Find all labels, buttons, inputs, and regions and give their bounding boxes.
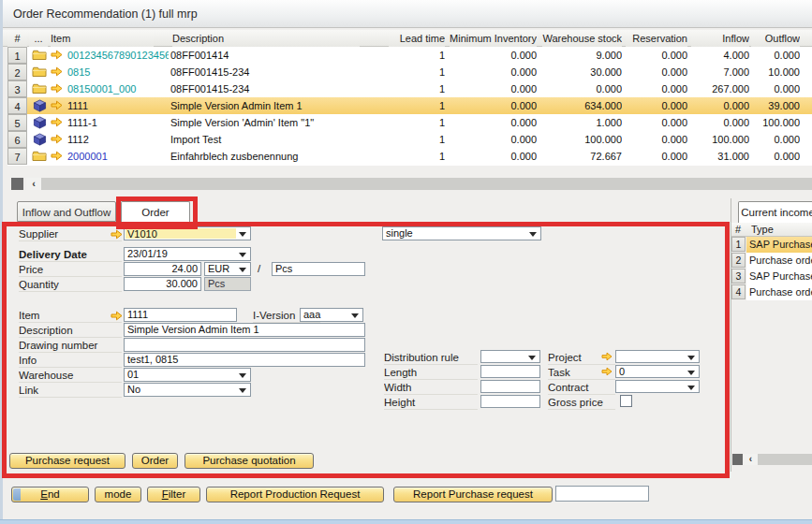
tab-current-income[interactable]: Current income (738, 201, 812, 223)
price-uom-input[interactable]: Pcs (272, 262, 365, 276)
order-button[interactable]: Order (132, 453, 178, 469)
height-label: Height (384, 396, 478, 410)
width-input[interactable] (480, 380, 540, 393)
min-inventory-value: 0.000 (452, 97, 537, 114)
warehouse-stock-value: 0.000 (542, 80, 622, 97)
col-header-outflow[interactable]: Outflow (751, 30, 800, 47)
outflow-value: 39.000 (751, 97, 800, 114)
table-row[interactable]: 1001234567890123456790108FF00141410.0009… (7, 47, 812, 64)
tab-inflow-and-outflow[interactable]: Inflow and Outflow (17, 201, 116, 222)
income-row-number: 4 (731, 284, 746, 299)
title-bar[interactable]: Order Recommendation (1) full mrp (0, 0, 812, 28)
col-header-reservation[interactable]: Reservation (626, 30, 687, 47)
link-arrow-icon[interactable] (51, 97, 65, 114)
lead-time-value: 1 (389, 47, 445, 64)
lead-time-value: 1 (389, 97, 445, 114)
window-bottom-border (0, 519, 812, 524)
report-purchase-request-button[interactable]: Report Purchase request (393, 487, 553, 502)
item-code[interactable]: 1111 (67, 97, 169, 114)
horizontal-scrollbar[interactable] (758, 454, 812, 465)
horizontal-scrollbar[interactable] (41, 178, 812, 190)
price-input[interactable]: 24.00 (124, 262, 201, 276)
warehouse-stock-value: 1.000 (542, 114, 622, 131)
item-code[interactable]: 08150001_000 (67, 80, 169, 97)
report-production-request-button[interactable]: Report Production Request (206, 487, 384, 502)
item-code[interactable]: 0815 (67, 64, 169, 80)
reservation-value: 0.000 (626, 131, 687, 148)
contract-combo[interactable] (615, 380, 700, 393)
item-description: Einfahrblech zusbenennung (170, 148, 393, 165)
col-header-num[interactable]: # (7, 30, 27, 47)
col-header-min-inventory[interactable]: Minimum Inventory (450, 30, 537, 47)
quantity-input[interactable]: 30.000 (124, 277, 201, 291)
link-arrow-icon[interactable] (111, 229, 123, 240)
col-header-warehouse-stock[interactable]: Warehouse stock (542, 30, 622, 47)
item-code[interactable]: 1111-1 (67, 114, 169, 131)
filter-button[interactable]: Filter (147, 487, 200, 502)
order-mode-combo[interactable]: single (382, 226, 541, 240)
end-button[interactable]: End (11, 487, 89, 502)
link-arrow-icon[interactable] (601, 367, 613, 376)
delivery-date-label: Delivery Date (19, 248, 122, 262)
tab-order[interactable]: Order (121, 201, 190, 223)
col-header-lead-time[interactable]: Lead time (389, 30, 445, 47)
table-row[interactable]: 51111-1Simple Version 'Admin' Item "1"10… (7, 114, 812, 131)
scrollbar-corner (11, 178, 23, 190)
distribution-rule-combo[interactable] (480, 350, 540, 363)
scroll-left-button[interactable]: ‹ (744, 454, 758, 465)
info-input[interactable]: test1, 0815 (124, 353, 365, 367)
warehouse-label: Warehouse (19, 369, 122, 383)
col-header-description[interactable]: Description (172, 30, 360, 47)
length-input[interactable] (480, 365, 540, 378)
supplier-combo[interactable]: V1010 (124, 226, 251, 240)
col-header-dots[interactable]: ... (29, 30, 48, 47)
link-arrow-icon[interactable] (111, 311, 123, 321)
footer-input[interactable] (555, 486, 649, 502)
income-row-type[interactable]: SAP Purchase (746, 269, 812, 284)
warehouse-stock-value: 634.000 (542, 97, 622, 114)
cube-icon (30, 114, 49, 131)
income-row-type[interactable]: Purchase orde (746, 284, 812, 300)
mode-button[interactable]: mode (95, 487, 141, 502)
purchase-request-button[interactable]: Purchase request (9, 453, 125, 469)
purchase-quotation-button[interactable]: Purchase quotation (185, 453, 314, 469)
table-row[interactable]: 308150001_00008FF001415-23410.0000.0000.… (7, 80, 812, 97)
table-row[interactable]: 72000001Einfahrblech zusbenennung10.0007… (7, 148, 812, 165)
item-code[interactable]: 1112 (67, 131, 169, 148)
link-arrow-icon[interactable] (51, 148, 65, 165)
link-combo[interactable]: No (124, 383, 251, 397)
link-arrow-icon[interactable] (51, 80, 65, 97)
income-row-type[interactable]: SAP Purchase (746, 237, 812, 253)
table-row[interactable]: 41111Simple Version Admin Item 110.00063… (7, 97, 812, 114)
link-arrow-icon[interactable] (51, 114, 65, 131)
link-arrow-icon[interactable] (51, 47, 65, 64)
currency-combo[interactable]: EUR (204, 262, 251, 276)
table-row[interactable]: 61112Import Test10.000100.0000.000100.00… (7, 131, 812, 148)
item-label: Item (19, 309, 122, 323)
project-combo[interactable] (615, 350, 700, 363)
col-header-inflow[interactable]: Inflow (691, 30, 749, 47)
link-arrow-icon[interactable] (51, 131, 65, 148)
drawing-number-input[interactable] (124, 338, 365, 352)
income-row-number: 2 (731, 253, 746, 268)
col-header-item[interactable]: Item (51, 30, 154, 47)
item-input[interactable]: 1111 (124, 308, 237, 322)
folder-icon (30, 47, 49, 64)
reservation-value: 0.000 (626, 80, 687, 97)
link-arrow-icon[interactable] (51, 64, 65, 80)
warehouse-combo[interactable]: 01 (124, 368, 251, 382)
task-combo[interactable]: 0 (615, 365, 700, 378)
min-inventory-value: 0.000 (452, 131, 537, 148)
iversion-combo[interactable]: aaa (300, 308, 363, 322)
item-code[interactable]: 2000001 (67, 148, 169, 165)
gross-price-checkbox[interactable] (620, 395, 632, 407)
delivery-date-combo[interactable]: 23/01/19 (124, 247, 251, 261)
scroll-left-button[interactable]: ‹ (26, 178, 41, 190)
height-input[interactable] (480, 395, 540, 408)
item-code[interactable]: 0012345678901234567901 (67, 47, 169, 64)
income-row-type[interactable]: Purchase orde (746, 253, 812, 269)
item-description: 08FF001415-234 (170, 64, 393, 80)
link-arrow-icon[interactable] (601, 352, 613, 361)
table-row[interactable]: 2081508FF001415-23410.00030.0000.0007.00… (7, 64, 812, 80)
description-input[interactable]: Simple Version Admin Item 1 (124, 323, 365, 337)
